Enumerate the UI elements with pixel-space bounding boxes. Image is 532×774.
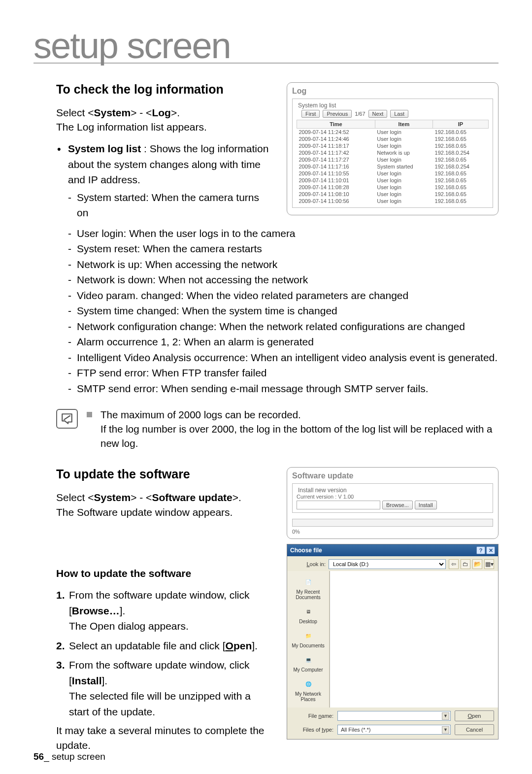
cell-item: User login xyxy=(375,135,432,142)
cell-ip: 192.168.0.65 xyxy=(433,128,489,135)
col-time: Time xyxy=(297,120,375,128)
cell-item: User login xyxy=(375,156,432,163)
text: System xyxy=(94,107,131,118)
dash-item: Intelligent Video Analysis occurrence: W… xyxy=(68,350,499,366)
log-panel-title: Log xyxy=(292,87,493,96)
close-icon[interactable]: ✕ xyxy=(486,546,495,554)
browse-button[interactable]: Browse... xyxy=(382,501,413,509)
filename-label: File name: xyxy=(291,713,333,719)
shortcut-item[interactable]: 💻My Computer xyxy=(287,651,329,675)
dash-item: System reset: When the camera restarts xyxy=(68,241,499,257)
cell-time: 2009-07-14 11:17:16 xyxy=(297,163,375,170)
shortcut-icon: 🖥 xyxy=(301,605,316,618)
text: System log list xyxy=(68,143,141,154)
check-log-heading: To check the log information xyxy=(56,82,273,97)
filename-input[interactable]: ▼ xyxy=(337,711,451,721)
cell-time: 2009-07-14 11:17:42 xyxy=(297,149,375,156)
cell-time: 2009-07-14 11:17:27 xyxy=(297,156,375,163)
shortcut-label: My Network Places xyxy=(287,691,329,702)
shortcut-icon: 📄 xyxy=(301,575,316,588)
shortcut-icon: 💻 xyxy=(301,653,316,666)
cell-time: 2009-07-14 11:10:01 xyxy=(297,177,375,184)
text: > - < xyxy=(131,107,152,118)
shortcut-label: My Computer xyxy=(287,667,329,673)
cell-ip: 192.168.0.65 xyxy=(433,198,489,204)
sw-progress-bar xyxy=(292,519,493,527)
page-number: 56 xyxy=(33,751,44,762)
dash-item: Network is up: When accessing the networ… xyxy=(68,257,499,272)
up-icon[interactable]: 🗀 xyxy=(461,559,470,569)
sw-file-input[interactable] xyxy=(297,501,380,509)
table-row: 2009-07-14 11:17:27User login192.168.0.6… xyxy=(297,156,489,163)
cell-ip: 192.168.0.65 xyxy=(433,156,489,163)
table-row: 2009-07-14 11:08:10User login192.168.0.6… xyxy=(297,191,489,198)
update-software-heading: To update the software xyxy=(56,467,273,481)
shortcut-label: My Recent Documents xyxy=(287,589,329,600)
dash-item: Alarm occurrence 1, 2: When an alarm is … xyxy=(68,334,499,350)
footer-label: setup screen xyxy=(52,751,105,762)
cell-item: User login xyxy=(375,184,432,191)
col-ip: IP xyxy=(433,120,489,128)
cell-ip: 192.168.0.65 xyxy=(433,135,489,142)
col-item: Item xyxy=(375,120,432,128)
text: Software update xyxy=(152,492,232,503)
previous-button[interactable]: Previous xyxy=(323,110,352,118)
step-1: From the software update window, click [… xyxy=(56,587,273,634)
sw-fieldset-legend: Install new version xyxy=(297,487,348,494)
cell-item: User login xyxy=(375,128,432,135)
table-row: 2009-07-14 11:17:42Network is up192.168.… xyxy=(297,149,489,156)
choose-file-dialog: Choose file ? ✕ Look in: Local Disk (D:)… xyxy=(287,544,499,740)
shortcut-item[interactable]: 🖥Desktop xyxy=(287,603,329,627)
cell-ip: 192.168.0.65 xyxy=(433,142,489,149)
bullet-system-log-list: System log list : Shows the log informat… xyxy=(56,141,273,221)
next-button[interactable]: Next xyxy=(368,110,388,118)
closing-text: It may take a several minutes to complet… xyxy=(56,723,273,752)
shortcut-label: Desktop xyxy=(287,619,329,624)
views-icon[interactable]: ▦▾ xyxy=(484,559,494,569)
install-button[interactable]: Install xyxy=(415,501,437,509)
shortcut-item[interactable]: 🌐My Network Places xyxy=(287,675,329,705)
cell-item: User login xyxy=(375,198,432,204)
dash-item: Network is down: When not accessing the … xyxy=(68,272,499,288)
cell-ip: 192.168.0.254 xyxy=(433,149,489,156)
last-button[interactable]: Last xyxy=(390,110,408,118)
table-row: 2009-07-14 11:10:55User login192.168.0.6… xyxy=(297,170,489,177)
cancel-button[interactable]: Cancel xyxy=(455,724,494,735)
dash-item: System time changed: When the system tim… xyxy=(68,303,499,319)
cell-time: 2009-07-14 11:24:52 xyxy=(297,128,375,135)
help-icon[interactable]: ? xyxy=(476,546,485,554)
sw-current-version: Current version : V 1.00 xyxy=(297,494,489,500)
cell-item: Network is up xyxy=(375,149,432,156)
text: >. xyxy=(171,107,180,118)
note-line-1: The maximum of 2000 logs can be recorded… xyxy=(87,408,499,422)
cell-time: 2009-07-14 11:18:17 xyxy=(297,142,375,149)
dialog-title: Choose file xyxy=(290,547,322,554)
page-footer: 56_ setup screen xyxy=(33,751,105,762)
first-button[interactable]: First xyxy=(301,110,320,118)
cell-item: User login xyxy=(375,191,432,198)
note-icon xyxy=(56,409,78,429)
log-panel: Log System log list First Previous 1/67 … xyxy=(287,82,499,215)
filetype-dropdown[interactable]: All Files (*.*)▼ xyxy=(337,725,451,735)
open-button[interactable]: Open xyxy=(455,710,494,721)
shortcut-item[interactable]: 📁My Documents xyxy=(287,627,329,651)
text: The Log information list appears. xyxy=(56,121,207,133)
text: System xyxy=(94,492,131,503)
text: ]. xyxy=(252,640,258,651)
cell-ip: 192.168.0.65 xyxy=(433,170,489,177)
page-title: setup screen xyxy=(33,30,499,64)
file-list-area[interactable] xyxy=(330,571,498,707)
dash-item: SMTP send error: When sending e-mail mes… xyxy=(68,381,499,397)
text: > - < xyxy=(131,492,152,503)
table-row: 2009-07-14 11:00:56User login192.168.0.6… xyxy=(297,198,489,204)
lookin-dropdown[interactable]: Local Disk (D:) xyxy=(329,559,446,569)
text: O xyxy=(226,640,233,651)
table-row: 2009-07-14 11:10:01User login192.168.0.6… xyxy=(297,177,489,184)
back-icon[interactable]: ⇦ xyxy=(449,559,459,569)
dash-item: User login: When the user logs in to the… xyxy=(68,226,499,241)
shortcut-item[interactable]: 📄My Recent Documents xyxy=(287,573,329,603)
text: >. xyxy=(233,492,241,503)
new-folder-icon[interactable]: 📂 xyxy=(472,559,482,569)
cell-item: System started xyxy=(375,163,432,170)
cell-time: 2009-07-14 11:08:28 xyxy=(297,184,375,191)
